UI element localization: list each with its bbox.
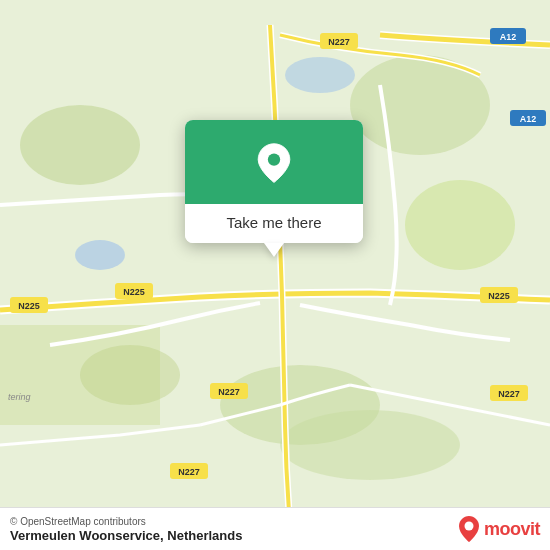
footer-logo: moovit [458,515,540,543]
svg-text:A12: A12 [500,32,517,42]
popup-card: Take me there [185,120,363,243]
svg-text:N227: N227 [178,467,200,477]
svg-text:A12: A12 [520,114,537,124]
svg-text:N225: N225 [123,287,145,297]
svg-text:tering: tering [8,392,31,402]
svg-text:N227: N227 [218,387,240,397]
popup-green-area [185,120,363,204]
svg-point-30 [464,522,473,531]
svg-text:N227: N227 [498,389,520,399]
svg-point-1 [20,105,140,185]
svg-text:N225: N225 [488,291,510,301]
map-svg: A12 A12 N227 N225 N225 N225 N227 N227 N2… [0,0,550,550]
osm-credit: © OpenStreetMap contributors [10,516,242,527]
svg-point-7 [280,410,460,480]
moovit-logo-text: moovit [484,519,540,540]
take-me-there-button[interactable]: Take me there [226,214,321,231]
map-container: A12 A12 N227 N225 N225 N225 N227 N227 N2… [0,0,550,550]
popup-button-area: Take me there [185,204,363,243]
footer-left: © OpenStreetMap contributors Vermeulen W… [10,516,242,543]
location-pin-icon [252,142,296,186]
svg-text:N225: N225 [18,301,40,311]
svg-point-3 [405,180,515,270]
svg-point-6 [80,345,180,405]
svg-point-8 [75,240,125,270]
svg-text:N227: N227 [328,37,350,47]
footer-bar: © OpenStreetMap contributors Vermeulen W… [0,507,550,550]
moovit-pin-icon [458,515,480,543]
svg-point-9 [285,57,355,93]
svg-point-29 [268,153,280,165]
location-title: Vermeulen Woonservice, Netherlands [10,528,242,543]
